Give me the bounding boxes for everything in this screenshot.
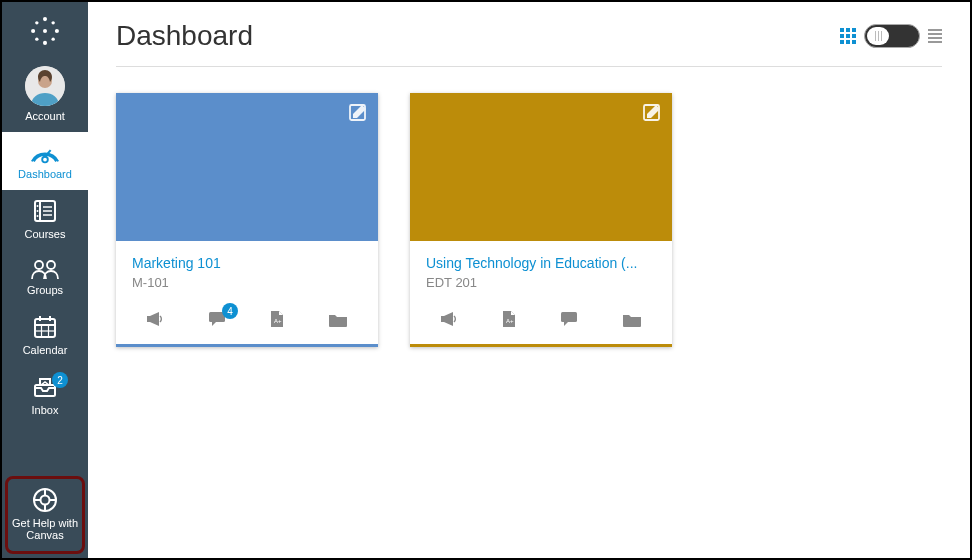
discussions-icon[interactable]: 4 [208,311,226,331]
avatar [25,66,65,106]
dashboard-view-toggle[interactable] [864,24,920,48]
groups-icon [30,258,60,280]
svg-point-7 [35,37,38,40]
help-icon [32,487,58,513]
view-controls [840,24,942,48]
svg-point-11 [42,157,48,163]
svg-point-3 [31,29,35,33]
sidebar-item-label: Groups [27,284,63,296]
svg-point-16 [37,210,39,212]
svg-point-8 [51,37,54,40]
course-color-block [410,93,672,241]
main-content: Dashboard Marketing 101 [88,2,970,558]
files-icon[interactable] [328,312,348,331]
book-icon [32,198,58,224]
course-accent-bar [116,344,378,347]
svg-point-6 [51,21,54,24]
svg-point-21 [35,261,43,269]
course-accent-bar [410,344,672,347]
course-title[interactable]: Marketing 101 [132,255,362,271]
edit-course-icon[interactable] [642,103,662,127]
svg-point-17 [37,215,39,217]
svg-point-4 [55,29,59,33]
course-color-block [116,93,378,241]
sidebar-item-label: Get Help with Canvas [10,517,80,541]
svg-text:A+: A+ [506,318,514,324]
global-nav: Account Dashboard Courses [2,2,88,558]
course-title[interactable]: Using Technology in Education (... [426,255,656,271]
sidebar-item-groups[interactable]: Groups [2,250,88,306]
header: Dashboard [116,20,942,67]
sidebar-item-label: Calendar [23,344,68,356]
course-card-actions: 4 A+ [116,296,378,344]
course-card-body: Marketing 101 M-101 [116,241,378,296]
course-code: M-101 [132,275,362,290]
svg-point-2 [43,41,47,45]
sidebar-item-inbox[interactable]: 2 Inbox [2,366,88,426]
svg-point-0 [43,29,47,33]
sidebar-item-label: Inbox [32,404,59,416]
course-card-body: Using Technology in Education (... EDT 2… [410,241,672,296]
sidebar-item-calendar[interactable]: Calendar [2,306,88,366]
sidebar-item-account[interactable]: Account [2,58,88,132]
avatar-icon [25,66,65,106]
course-code: EDT 201 [426,275,656,290]
assignments-icon[interactable]: A+ [270,310,284,332]
svg-text:A+: A+ [274,318,282,324]
sidebar-item-dashboard[interactable]: Dashboard [2,132,88,190]
sidebar-item-label: Account [25,110,65,122]
sidebar-item-label: Courses [25,228,66,240]
svg-rect-42 [561,312,577,322]
files-icon[interactable] [622,312,642,331]
dashboard-icon [30,140,60,164]
announcements-icon[interactable] [146,311,164,331]
announcements-icon[interactable] [440,311,458,331]
brand-logo[interactable] [2,2,88,58]
assignments-icon[interactable]: A+ [502,310,516,332]
page-title: Dashboard [116,20,253,52]
sidebar-item-label: Dashboard [18,168,72,180]
list-view-icon[interactable] [928,29,942,43]
course-card[interactable]: Using Technology in Education (... EDT 2… [410,93,672,347]
svg-point-15 [37,205,39,207]
inbox-badge: 2 [52,372,68,388]
course-card-actions: A+ [410,296,672,344]
svg-rect-23 [35,319,55,337]
course-card[interactable]: Marketing 101 M-101 4 A+ [116,93,378,347]
svg-point-32 [41,495,50,504]
course-cards: Marketing 101 M-101 4 A+ [116,93,942,347]
svg-point-5 [35,21,38,24]
svg-point-22 [47,261,55,269]
edit-course-icon[interactable] [348,103,368,127]
calendar-icon [32,314,58,340]
svg-point-1 [43,17,47,21]
sidebar-item-courses[interactable]: Courses [2,190,88,250]
card-view-icon[interactable] [840,28,856,44]
discussions-badge: 4 [222,303,238,319]
canvas-logo-icon [28,14,62,48]
discussions-icon[interactable] [560,311,578,331]
sidebar-item-help[interactable]: Get Help with Canvas [5,476,85,554]
